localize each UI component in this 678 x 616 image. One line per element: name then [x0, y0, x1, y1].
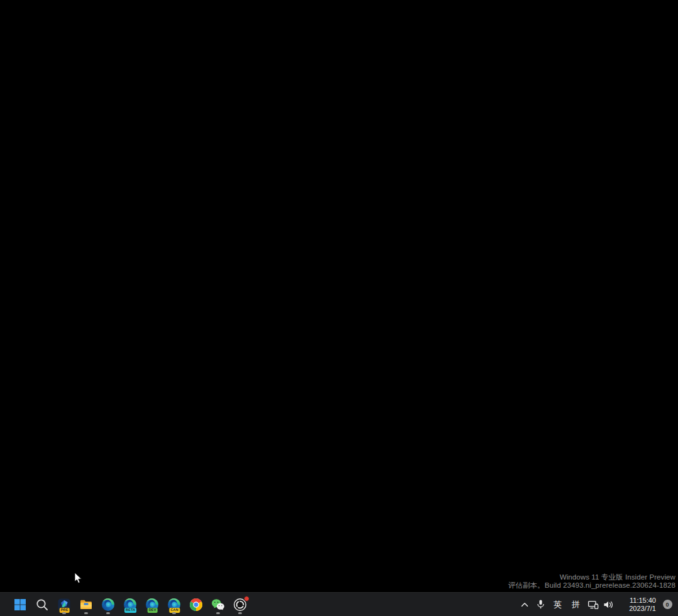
system-tray: 英 拼 11:15:40 2023/7/1 0 — [517, 593, 677, 616]
clock-date: 2023/7/1 — [629, 605, 656, 613]
mouse-cursor — [74, 572, 83, 585]
taskbar-file-explorer[interactable] — [76, 595, 96, 615]
watermark-edition-line: Windows 11 专业版 Insider Preview — [508, 573, 675, 581]
ime-english-label: 英 — [554, 599, 562, 610]
dev-badge: DEV — [148, 608, 158, 613]
clock-button[interactable]: 11:15:40 2023/7/1 — [616, 595, 658, 615]
edge-icon — [101, 597, 116, 612]
ime-pinyin-indicator[interactable]: 拼 — [567, 595, 585, 615]
file-explorer-icon — [79, 597, 94, 612]
watermark-build-line: 评估副本。Build 23493.ni_prerelease.230624-18… — [508, 581, 675, 590]
taskbar-edge-dev[interactable]: DEV — [142, 595, 162, 615]
volume-icon — [602, 598, 615, 611]
ime-pinyin-label: 拼 — [572, 599, 580, 610]
taskbar-chrome[interactable] — [186, 595, 206, 615]
taskbar-wechat[interactable] — [208, 595, 228, 615]
taskbar-edge[interactable] — [98, 595, 118, 615]
microphone-icon — [535, 598, 547, 610]
chevron-up-icon — [518, 598, 531, 611]
running-indicator — [62, 612, 66, 614]
windows-logo-icon — [13, 597, 28, 612]
clock-time: 11:15:40 — [630, 597, 656, 605]
running-indicator — [84, 612, 88, 614]
taskbar-app-pre[interactable]: PRE — [54, 595, 74, 615]
taskbar-obs[interactable] — [230, 595, 250, 615]
taskbar-app-area: PRE BETA DEV CAN — [10, 593, 250, 616]
running-indicator — [106, 612, 110, 614]
search-icon — [35, 597, 50, 612]
notification-center-button[interactable]: 0 — [658, 595, 677, 615]
running-indicator — [238, 612, 242, 614]
obs-recording-dot — [244, 596, 249, 602]
wechat-icon — [211, 597, 226, 612]
taskbar-edge-canary[interactable]: CAN — [164, 595, 184, 615]
taskbar: PRE BETA DEV CAN — [0, 592, 678, 616]
quick-settings-button[interactable] — [585, 595, 616, 615]
hidden-icons-button[interactable] — [517, 595, 532, 615]
insider-watermark: Windows 11 专业版 Insider Preview 评估副本。Buil… — [508, 573, 675, 590]
ime-english-indicator[interactable]: 英 — [549, 595, 567, 615]
start-button[interactable] — [10, 595, 30, 615]
search-button[interactable] — [32, 595, 52, 615]
beta-badge: BETA — [124, 608, 136, 613]
running-indicator — [216, 612, 220, 614]
notification-bell-icon: 0 — [663, 600, 672, 609]
chrome-icon — [189, 597, 204, 612]
clock: 11:15:40 2023/7/1 — [616, 597, 658, 613]
notification-count: 0 — [665, 602, 669, 608]
taskbar-edge-beta[interactable]: BETA — [120, 595, 140, 615]
network-icon — [587, 598, 599, 611]
running-indicator — [172, 612, 176, 614]
microphone-tray-button[interactable] — [532, 595, 549, 615]
